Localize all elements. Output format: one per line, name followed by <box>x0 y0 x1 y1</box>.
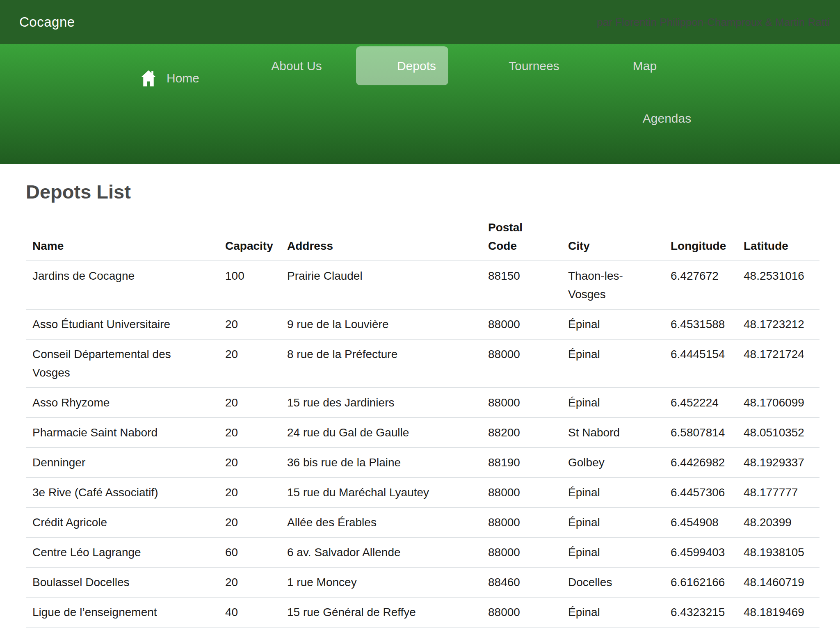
cell-name: Crédit Agricole <box>26 507 219 537</box>
cell-capacity: 100 <box>219 261 281 309</box>
table-row: Boulassel Docelles201 rue Moncey88460Doc… <box>26 567 819 597</box>
cell-postal-code: 88190 <box>482 447 562 477</box>
cell-longitude: 6.4426982 <box>664 447 737 477</box>
cell-address: 15 rue Général de Reffye <box>281 597 482 627</box>
cell-city: Golbey <box>562 447 664 477</box>
cell-latitude: 48.1723212 <box>737 309 819 339</box>
cell-latitude: 48.1938105 <box>737 537 819 567</box>
nav-item-agendas[interactable]: Agendas <box>643 112 691 126</box>
table-row: Jardins de Cocagne100Prairie Claudel8815… <box>26 261 819 309</box>
cell-address: Prairie Claudel <box>281 261 482 309</box>
cell-longitude: 6.4457306 <box>664 477 737 507</box>
cell-name: Centre Léo Lagrange <box>26 537 219 567</box>
col-header-postal-code: Postal Code <box>482 213 562 261</box>
home-icon <box>141 70 156 87</box>
cell-city: Épinal <box>562 388 664 418</box>
table-row: Conseil Départemental des Vosges208 rue … <box>26 339 819 388</box>
cell-capacity: 20 <box>219 418 281 447</box>
cell-capacity: 20 <box>219 447 281 477</box>
nav-item-about-us[interactable]: About Us <box>271 59 322 73</box>
cell-capacity: 20 <box>219 339 281 388</box>
cell-city: St Nabord <box>562 418 664 447</box>
cell-address: 15 rue des Jardiniers <box>281 388 482 418</box>
page-title: Depots List <box>26 180 819 203</box>
cell-postal-code: 88000 <box>482 309 562 339</box>
cell-name: Boulassel Docelles <box>26 567 219 597</box>
cell-address: 9 rue de la Louvière <box>281 309 482 339</box>
table-row: Asso Rhyzome2015 rue des Jardiniers88000… <box>26 388 819 418</box>
cell-latitude: 48.20399 <box>737 507 819 537</box>
table-row: Pharmacie Saint Nabord2024 rue du Gal de… <box>26 418 819 447</box>
nav-item-home-label: Home <box>167 71 199 85</box>
cell-longitude: 6.454908 <box>664 507 737 537</box>
cell-latitude: 48.2531016 <box>737 261 819 309</box>
cell-latitude: 48.1706099 <box>737 388 819 418</box>
cell-address: Allée des Érables <box>281 507 482 537</box>
cell-postal-code: 88000 <box>482 388 562 418</box>
cell-postal-code: 88000 <box>482 537 562 567</box>
cell-latitude: 48.1929337 <box>737 447 819 477</box>
table-header-row: Name Capacity Address Postal Code City L… <box>26 213 819 261</box>
col-header-latitude: Latitude <box>737 213 819 261</box>
cell-name: Asso Rhyzome <box>26 388 219 418</box>
cell-postal-code: 88000 <box>482 339 562 388</box>
cell-latitude: 48.0510352 <box>737 418 819 447</box>
cell-latitude: 48.177777 <box>737 477 819 507</box>
table-row: Denninger2036 bis rue de la Plaine88190G… <box>26 447 819 477</box>
cell-city: Épinal <box>562 597 664 627</box>
cell-city: Épinal <box>562 309 664 339</box>
cell-city: Épinal <box>562 507 664 537</box>
cell-longitude: 6.6162166 <box>664 567 737 597</box>
cell-longitude: 6.4599403 <box>664 537 737 567</box>
brand-link[interactable]: Cocagne <box>19 14 75 30</box>
col-header-name: Name <box>26 213 219 261</box>
cell-postal-code: 88460 <box>482 567 562 597</box>
cell-capacity: 20 <box>219 477 281 507</box>
cell-capacity: 40 <box>219 597 281 627</box>
depots-table: Name Capacity Address Postal Code City L… <box>26 213 819 628</box>
cell-name: Conseil Départemental des Vosges <box>26 339 219 388</box>
cell-city: Épinal <box>562 477 664 507</box>
cell-name: Jardins de Cocagne <box>26 261 219 309</box>
nav-item-depots[interactable]: Depots <box>356 46 448 85</box>
byline-text: par Florentin Philippon-Champroux & Mart… <box>597 16 830 29</box>
cell-address: 8 rue de la Préfecture <box>281 339 482 388</box>
cell-latitude: 48.1460719 <box>737 567 819 597</box>
cell-postal-code: 88000 <box>482 597 562 627</box>
cell-longitude: 6.5807814 <box>664 418 737 447</box>
col-header-capacity: Capacity <box>219 213 281 261</box>
cell-capacity: 20 <box>219 388 281 418</box>
cell-postal-code: 88150 <box>482 261 562 309</box>
cell-address: 1 rue Moncey <box>281 567 482 597</box>
cell-city: Docelles <box>562 567 664 597</box>
cell-name: Ligue de l’enseignement <box>26 597 219 627</box>
nav-item-tournees[interactable]: Tournees <box>509 59 559 73</box>
cell-postal-code: 88000 <box>482 507 562 537</box>
cell-city: Épinal <box>562 339 664 388</box>
cell-longitude: 6.452224 <box>664 388 737 418</box>
top-bar: Cocagne par Florentin Philippon-Champrou… <box>0 0 840 44</box>
table-row: Ligue de l’enseignement4015 rue Général … <box>26 597 819 627</box>
cell-city: Épinal <box>562 537 664 567</box>
cell-longitude: 6.4445154 <box>664 339 737 388</box>
cell-longitude: 6.4323215 <box>664 597 737 627</box>
cell-name: 3e Rive (Café Associatif) <box>26 477 219 507</box>
cell-postal-code: 88000 <box>482 477 562 507</box>
cell-capacity: 60 <box>219 537 281 567</box>
cell-longitude: 6.427672 <box>664 261 737 309</box>
cell-name: Asso Étudiant Universitaire <box>26 309 219 339</box>
col-header-address: Address <box>281 213 482 261</box>
col-header-longitude: Longitude <box>664 213 737 261</box>
main-content: Depots List Name Capacity Address Postal… <box>0 164 840 628</box>
cell-latitude: 48.1819469 <box>737 597 819 627</box>
cell-name: Denninger <box>26 447 219 477</box>
cell-latitude: 48.1721724 <box>737 339 819 388</box>
nav-item-map[interactable]: Map <box>633 59 657 73</box>
cell-address: 24 rue du Gal de Gaulle <box>281 418 482 447</box>
depots-table-body: Jardins de Cocagne100Prairie Claudel8815… <box>26 261 819 627</box>
cell-longitude: 6.4531588 <box>664 309 737 339</box>
cell-address: 6 av. Salvador Allende <box>281 537 482 567</box>
cell-capacity: 20 <box>219 567 281 597</box>
cell-capacity: 20 <box>219 309 281 339</box>
nav-item-home[interactable]: Home <box>141 69 199 87</box>
